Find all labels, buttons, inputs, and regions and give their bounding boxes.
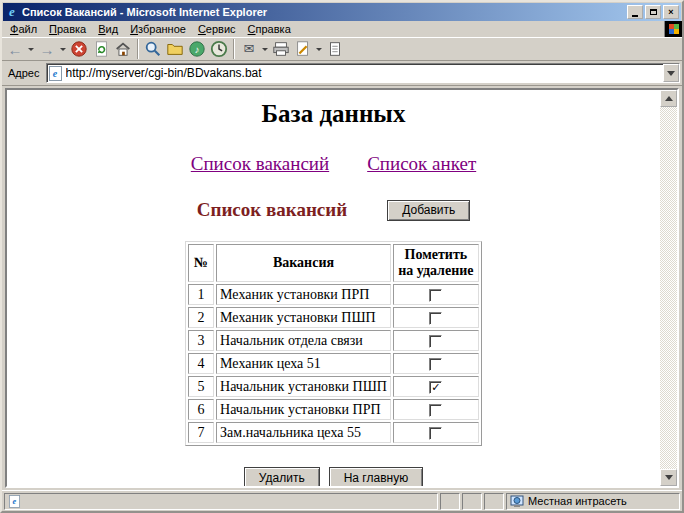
menu-favorites[interactable]: Избранное [124, 22, 192, 36]
address-bar: Адрес e [2, 61, 682, 86]
menu-tools[interactable]: Сервис [192, 22, 242, 36]
media-icon: ♪ [188, 40, 206, 58]
checkbox-cell [393, 399, 479, 420]
checkbox-cell: ✓ [393, 376, 479, 397]
vacancy-table-body: 1Механик установки ПРП2Механик установки… [188, 284, 479, 443]
status-zone-pane: Местная интрасеть [506, 493, 680, 510]
discuss-button[interactable] [324, 38, 346, 60]
edit-button[interactable] [292, 38, 314, 60]
toolbar-separator [233, 39, 235, 59]
table-header-row: № Вакансия Пометить на удаление [188, 244, 479, 282]
arrow-up-icon [665, 96, 673, 101]
vacancy-cell: Механик установки ПРП [216, 284, 391, 305]
delete-checkbox[interactable] [429, 404, 442, 417]
window-title: Список Вакансий - Microsoft Internet Exp… [22, 6, 627, 18]
menu-edit[interactable]: Правка [43, 22, 92, 36]
discuss-document-icon [326, 40, 344, 58]
viewport: База данных Список вакансий Список анкет… [5, 88, 679, 488]
scroll-down-button[interactable] [660, 469, 677, 486]
table-row: 1Механик установки ПРП [188, 284, 479, 305]
header-number: № [188, 244, 214, 282]
forward-button[interactable]: → [36, 38, 58, 60]
stop-button[interactable] [68, 38, 90, 60]
delete-button[interactable]: Удалить [244, 467, 320, 486]
delete-checkbox[interactable] [429, 335, 442, 348]
delete-checkbox[interactable] [429, 289, 442, 302]
row-number-cell: 2 [188, 307, 214, 328]
vacancy-cell: Механик установки ПШП [216, 307, 391, 328]
checkbox-cell [393, 307, 479, 328]
vacancy-cell: Механик цеха 51 [216, 353, 391, 374]
status-pane [484, 493, 504, 510]
page-icon: e [49, 66, 62, 81]
stop-icon [70, 40, 88, 58]
menu-bar: Файл Правка Вид Избранное Сервис Справка [2, 21, 682, 37]
edit-page-icon [294, 40, 312, 58]
delete-checkbox[interactable] [429, 427, 442, 440]
media-button[interactable]: ♪ [186, 38, 208, 60]
intranet-zone-icon [510, 495, 524, 508]
menu-help[interactable]: Справка [242, 22, 297, 36]
header-mark-delete: Пометить на удаление [393, 244, 479, 282]
home-button[interactable] [112, 38, 134, 60]
mail-dropdown-icon[interactable] [262, 48, 268, 51]
refresh-icon [92, 40, 110, 58]
forward-dropdown-icon[interactable] [60, 48, 66, 51]
vacancy-cell: Начальник установки ПШП [216, 376, 391, 397]
delete-checkbox[interactable]: ✓ [429, 381, 442, 394]
restore-button[interactable] [645, 5, 661, 19]
mail-icon: ✉ [244, 42, 255, 56]
status-main-pane: e [4, 493, 438, 510]
svg-text:♪: ♪ [195, 44, 200, 55]
favorites-button[interactable] [164, 38, 186, 60]
address-input[interactable] [66, 65, 664, 81]
checkbox-cell [393, 284, 479, 305]
back-dropdown-icon[interactable] [28, 48, 34, 51]
favorites-folder-icon [166, 40, 184, 58]
history-clock-icon [210, 40, 228, 58]
home-icon [114, 40, 132, 58]
refresh-button[interactable] [90, 38, 112, 60]
menu-view[interactable]: Вид [92, 22, 124, 36]
vertical-scrollbar[interactable] [660, 90, 677, 486]
minimize-icon [632, 15, 638, 17]
row-number-cell: 5 [188, 376, 214, 397]
add-button[interactable]: Добавить [387, 200, 470, 221]
ie-logo-icon: e [5, 5, 19, 19]
home-page-button[interactable]: На главную [329, 467, 423, 486]
status-pane [462, 493, 482, 510]
close-button[interactable]: × [663, 5, 679, 19]
back-button[interactable]: ← [4, 38, 26, 60]
content-frame: База данных Список вакансий Список анкет… [2, 86, 682, 490]
actions-row: Удалить На главную [7, 467, 660, 486]
table-row: 4Механик цеха 51 [188, 353, 479, 374]
status-pane [440, 493, 460, 510]
status-bar: e Местная интрасеть [2, 490, 682, 511]
address-dropdown-button[interactable] [663, 64, 679, 82]
edit-dropdown-icon[interactable] [316, 48, 322, 51]
windows-logo-throbber [664, 21, 682, 37]
minimize-button[interactable] [627, 5, 643, 19]
history-button[interactable] [208, 38, 230, 60]
table-row: 3Начальник отдела связи [188, 330, 479, 351]
print-button[interactable] [270, 38, 292, 60]
address-field: e [46, 63, 681, 83]
row-number-cell: 1 [188, 284, 214, 305]
link-vacancy-list[interactable]: Список вакансий [191, 153, 329, 175]
row-number-cell: 4 [188, 353, 214, 374]
delete-checkbox[interactable] [429, 358, 442, 371]
mail-button[interactable]: ✉ [238, 38, 260, 60]
arrow-down-icon [665, 475, 673, 480]
delete-checkbox[interactable] [429, 312, 442, 325]
scroll-up-button[interactable] [660, 90, 677, 107]
chevron-down-icon [667, 71, 675, 76]
status-zone-label: Местная интрасеть [528, 495, 627, 507]
browser-window: e Список Вакансий - Microsoft Internet E… [0, 0, 684, 513]
table-row: 2Механик установки ПШП [188, 307, 479, 328]
windows-flag-icon [669, 24, 679, 34]
menu-file[interactable]: Файл [4, 22, 43, 36]
link-questionnaire-list[interactable]: Список анкет [367, 153, 476, 175]
web-page: База данных Список вакансий Список анкет… [7, 90, 660, 486]
search-button[interactable] [142, 38, 164, 60]
status-page-icon: e [9, 495, 20, 508]
